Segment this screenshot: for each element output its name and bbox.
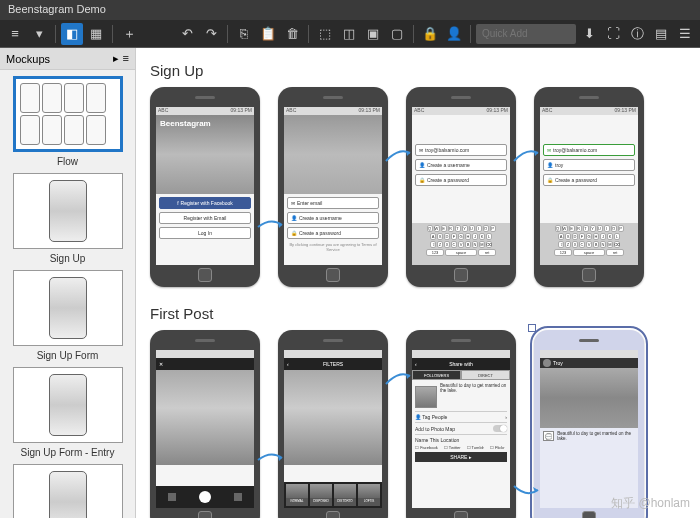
- avatar: [543, 359, 551, 367]
- grid-view-icon[interactable]: ▦: [85, 23, 107, 45]
- terms-text: By clicking continue you are agreeing to…: [287, 242, 379, 252]
- home-button-icon: [454, 268, 468, 282]
- back-icon: ‹: [415, 361, 417, 367]
- home-button-icon: [198, 268, 212, 282]
- info-icon[interactable]: ⓘ: [626, 23, 648, 45]
- fullscreen-icon[interactable]: ⛶: [602, 23, 624, 45]
- username-input: 👤 Create a username: [415, 159, 507, 171]
- keyboard: QWERTYUIOP ASDFGHJKL ⇧ZXCVBNM⌫ 123spacer…: [412, 223, 510, 265]
- share-button: SHARE ▸: [415, 452, 507, 462]
- thumbnail-label: Sign Up: [8, 253, 127, 264]
- sidebar-expand-icon[interactable]: ▸: [113, 52, 119, 65]
- username-input: 👤 troy: [543, 159, 635, 171]
- toggle-photomap: [493, 425, 507, 432]
- copy-icon[interactable]: ⎘: [233, 23, 255, 45]
- password-input: 🔒 Create a password: [287, 227, 379, 239]
- tab-followers: FOLLOWERS: [412, 370, 461, 380]
- canvas[interactable]: Sign Up ABC09:13 PM Beenstagram fRegiste…: [136, 48, 700, 518]
- back-icon: ‹: [287, 361, 289, 367]
- post-user: Troy: [553, 360, 563, 366]
- back-icon: ✕: [159, 361, 163, 367]
- filters-title: FILTERS: [323, 361, 343, 367]
- user-icon[interactable]: 👤: [443, 23, 465, 45]
- ungroup-icon[interactable]: ◫: [338, 23, 360, 45]
- facebook-button: fRegister with Facebook: [159, 197, 251, 209]
- app-name: Beenstagram: [160, 119, 211, 128]
- mockup-filters[interactable]: ‹FILTERS NORMAL DISPOSED DISTORTO LOFTIS: [278, 330, 388, 518]
- home-button-icon: [198, 511, 212, 518]
- undo-icon[interactable]: ↶: [176, 23, 198, 45]
- mockups-sidebar: Mockups ▸ ≡ Flow Sign Up Sign Up Form Si…: [0, 48, 136, 518]
- tab-direct: DIRECT: [461, 370, 510, 380]
- home-button-icon: [582, 268, 596, 282]
- chevron-right-icon: ›: [505, 414, 507, 420]
- share-title: Share with: [449, 361, 473, 367]
- gallery-icon: [168, 493, 176, 501]
- thumbnail-signup-form[interactable]: Sign Up Form: [8, 270, 127, 361]
- main-toolbar: ≡ ▾ ◧ ▦ ＋ ↶ ↷ ⎘ 📋 🗑 ⬚ ◫ ▣ ▢ 🔒 👤 ⬇ ⛶ ⓘ ▤ …: [0, 20, 700, 48]
- sidebar-title: Mockups: [6, 53, 50, 65]
- quick-add-input[interactable]: [476, 24, 576, 44]
- mockup-share[interactable]: ‹Share with FOLLOWERS DIRECT Beautiful t…: [406, 330, 516, 518]
- post-image: [540, 368, 638, 428]
- share-thumbnail: [415, 386, 437, 408]
- home-button-icon: [582, 511, 596, 518]
- filter-strip: NORMAL DISPOSED DISTORTO LOFTIS: [284, 482, 382, 508]
- password-input: 🔒 Create a password: [543, 174, 635, 186]
- section-title-signup: Sign Up: [150, 62, 686, 79]
- send-back-icon[interactable]: ▢: [386, 23, 408, 45]
- window-titlebar: Beenstagram Demo: [0, 0, 700, 20]
- mockup-signup-filled[interactable]: ABC09:13 PM ✉ troy@balsamio.com 👤 troy 🔒…: [534, 87, 644, 287]
- thumbnail-label: Sign Up Form - Entry: [8, 447, 127, 458]
- thumbnail-signup[interactable]: Sign Up: [8, 173, 127, 264]
- username-input: 👤 Create a username: [287, 212, 379, 224]
- camera-bar: [156, 486, 254, 508]
- email-button: Register with Email: [159, 212, 251, 224]
- notes-icon[interactable]: ▤: [650, 23, 672, 45]
- watermark: 知乎 @honlam: [611, 495, 690, 512]
- home-button-icon: [326, 511, 340, 518]
- home-button-icon: [454, 511, 468, 518]
- thumbnail-label: Flow: [8, 156, 127, 167]
- thumbnail-label: Sign Up Form: [8, 350, 127, 361]
- properties-icon[interactable]: ☰: [674, 23, 696, 45]
- export-icon[interactable]: ⬇: [578, 23, 600, 45]
- sidebar-header: Mockups ▸ ≡: [0, 48, 135, 70]
- thumbnail-flow[interactable]: Flow: [8, 76, 127, 167]
- bring-front-icon[interactable]: ▣: [362, 23, 384, 45]
- mockup-signup-form[interactable]: ABC09:13 PM ✉ Enter email 👤 Create a use…: [278, 87, 388, 287]
- row-firstpost: ✕ ‹FILTERS NORMAL: [150, 330, 686, 518]
- row-signup: ABC09:13 PM Beenstagram fRegister with F…: [150, 87, 686, 287]
- dropdown-icon[interactable]: ▾: [28, 23, 50, 45]
- comment-icon: 💬: [543, 431, 554, 441]
- thumbnail-signup-form-entry[interactable]: Sign Up Form - Entry: [8, 367, 127, 458]
- shutter-icon: [199, 491, 211, 503]
- post-caption: Beautiful to day to get married on the l…: [557, 431, 635, 442]
- email-input: ✉ troy@balsamio.com: [415, 144, 507, 156]
- add-icon[interactable]: ＋: [118, 23, 140, 45]
- window-title: Beenstagram Demo: [8, 3, 106, 15]
- paste-icon[interactable]: 📋: [257, 23, 279, 45]
- home-button-icon: [326, 268, 340, 282]
- sidebar-toggle-icon[interactable]: ◧: [61, 23, 83, 45]
- mockup-camera[interactable]: ✕: [150, 330, 260, 518]
- sidebar-menu-icon[interactable]: ≡: [123, 52, 129, 65]
- delete-icon[interactable]: 🗑: [281, 23, 303, 45]
- mockup-signup-keyboard[interactable]: ABC09:13 PM ✉ troy@balsamio.com 👤 Create…: [406, 87, 516, 287]
- email-input: ✉ troy@balsamio.com: [543, 144, 635, 156]
- keyboard: QWERTYUIOP ASDFGHJKL ⇧ZXCVBNM⌫ 123spacer…: [540, 223, 638, 265]
- menu-icon[interactable]: ≡: [4, 23, 26, 45]
- email-input: ✉ Enter email: [287, 197, 379, 209]
- mockup-posted[interactable]: Troy 💬 Beautiful to day to get married o…: [534, 330, 644, 518]
- switch-camera-icon: [234, 493, 242, 501]
- group-icon[interactable]: ⬚: [314, 23, 336, 45]
- redo-icon[interactable]: ↷: [200, 23, 222, 45]
- thumbnail-extra[interactable]: [8, 464, 127, 518]
- password-input: 🔒 Create a password: [415, 174, 507, 186]
- section-title-firstpost: First Post: [150, 305, 686, 322]
- lock-icon[interactable]: 🔒: [419, 23, 441, 45]
- mockup-signup-landing[interactable]: ABC09:13 PM Beenstagram fRegister with F…: [150, 87, 260, 287]
- login-button: Log In: [159, 227, 251, 239]
